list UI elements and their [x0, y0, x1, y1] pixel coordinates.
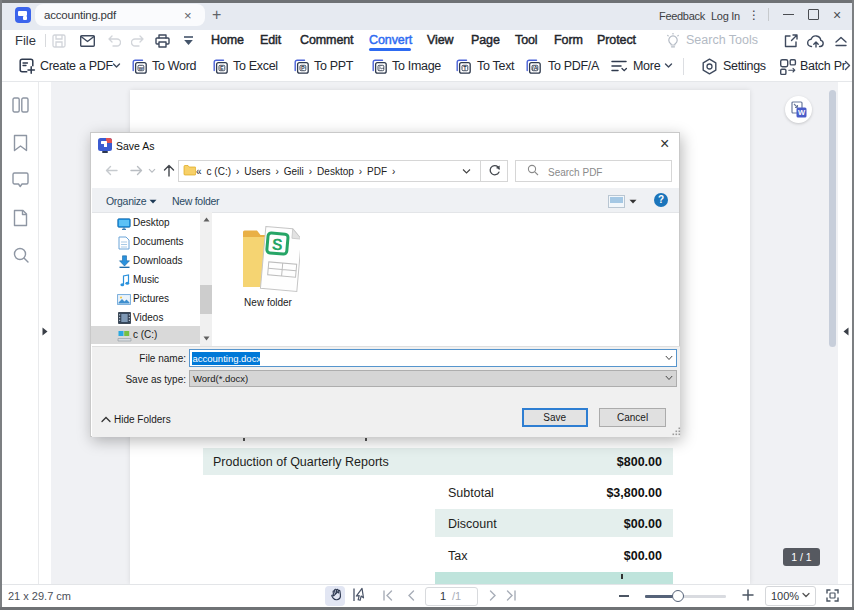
svg-text:S: S — [271, 236, 283, 254]
svg-text:/A: /A — [532, 65, 539, 71]
svg-text:W: W — [798, 108, 806, 117]
svg-text:E: E — [220, 65, 224, 71]
svg-text:w: w — [138, 65, 144, 71]
svg-text:P: P — [301, 65, 305, 71]
